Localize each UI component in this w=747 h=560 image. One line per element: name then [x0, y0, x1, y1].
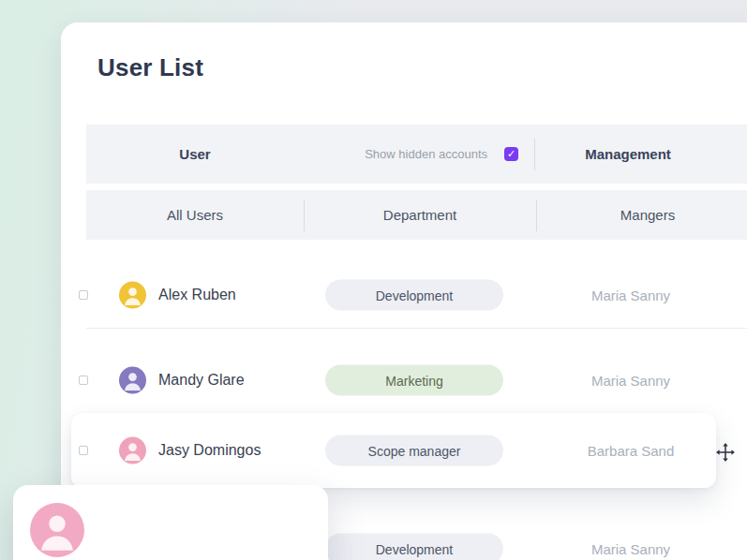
show-hidden-label[interactable]: Show hidden accounts — [365, 147, 487, 161]
row-divider — [86, 328, 747, 329]
user-list-card: User List User Show hidden accounts ✓ Ma… — [61, 22, 747, 560]
subheader-cell-department[interactable]: Department — [304, 190, 536, 240]
move-icon[interactable] — [715, 442, 736, 463]
check-icon: ✓ — [507, 149, 515, 159]
table-subheader-row: All Users Department Mangers — [86, 190, 747, 240]
page-title: User List — [97, 53, 203, 82]
user-name: Alex Ruben — [158, 287, 236, 303]
row-checkbox[interactable] — [79, 290, 88, 300]
user-avatar — [119, 437, 146, 464]
user-row[interactable]: Mandy Glare Marketing Maria Sanny — [79, 347, 747, 413]
manager-name: Maria Sanny — [537, 373, 725, 389]
row-checkbox[interactable] — [79, 376, 88, 385]
manager-name: Barbara Sand — [537, 443, 725, 459]
user-avatar — [119, 367, 146, 394]
manager-name: Maria Sanny — [537, 541, 725, 557]
person-icon — [119, 367, 146, 394]
table-header-row: User Show hidden accounts ✓ Management — [86, 125, 747, 184]
show-hidden-group: Show hidden accounts ✓ — [86, 125, 534, 184]
user-row[interactable]: Jasy Domingos Scope manager Barbara Sand — [79, 413, 716, 488]
manager-name: Maria Sanny — [537, 287, 725, 303]
dragged-row-card[interactable]: Jasy Domingos Scope manager Barbara Sand — [71, 413, 716, 488]
user-name: Jasy Domingos — [158, 442, 261, 459]
user-name: Mandy Glare — [158, 372, 245, 389]
drag-preview-avatar — [30, 503, 84, 557]
department-badge: Marketing — [325, 365, 503, 396]
row-checkbox[interactable] — [79, 446, 88, 455]
subheader-cell-all-users[interactable]: All Users — [86, 190, 304, 240]
drag-preview-card[interactable] — [13, 485, 328, 560]
department-badge: Scope manager — [325, 435, 503, 466]
user-avatar — [119, 282, 146, 309]
subheader-cell-managers[interactable]: Mangers — [536, 190, 747, 240]
user-row[interactable]: Alex Ruben Development Maria Sanny — [79, 262, 747, 328]
department-badge: Development — [325, 280, 503, 311]
show-hidden-checkbox[interactable]: ✓ — [504, 147, 518, 161]
department-badge: Development — [325, 534, 503, 560]
header-cell-management: Management — [534, 125, 722, 184]
person-icon — [30, 503, 84, 557]
person-icon — [119, 282, 146, 309]
person-icon — [119, 437, 146, 464]
